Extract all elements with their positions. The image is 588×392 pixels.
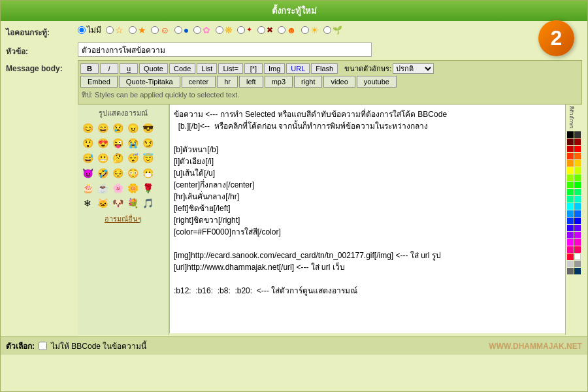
emoji-30[interactable]: 🎵 — [140, 196, 155, 210]
icon-option-4[interactable]: ● — [174, 25, 189, 35]
color-gray[interactable] — [574, 261, 581, 267]
list-item-button[interactable]: List= — [218, 63, 243, 74]
underline-button[interactable]: u — [120, 63, 138, 74]
color-lightgray[interactable] — [567, 261, 574, 267]
icon-option-5[interactable]: ✿ — [193, 25, 210, 35]
color-pink3[interactable] — [567, 246, 574, 253]
color-blue2[interactable] — [567, 210, 574, 217]
color-yellow2[interactable] — [574, 167, 581, 174]
color-cyan[interactable] — [567, 203, 574, 210]
icon-option-9[interactable]: ☻ — [278, 25, 297, 35]
icon-option-10[interactable]: ☀ — [301, 25, 319, 35]
color-pink5[interactable] — [567, 253, 574, 260]
icon-option-8[interactable]: ✖ — [257, 25, 273, 35]
color-red2[interactable] — [574, 139, 581, 145]
emoji-23[interactable]: 🌸 — [110, 181, 125, 195]
right-button[interactable]: right — [294, 76, 322, 88]
emoji-10[interactable]: 😏 — [140, 136, 155, 150]
flash-button[interactable]: Flash — [311, 63, 338, 74]
emoji-12[interactable]: 😬 — [95, 151, 110, 165]
message-textarea[interactable]: ข้อความ <--- การทำ Selected หรือแถบสีดำท… — [169, 105, 565, 333]
emoji-11[interactable]: 😅 — [80, 151, 95, 165]
color-pink2[interactable] — [574, 239, 581, 246]
emoji-28[interactable]: 🐶 — [110, 196, 125, 210]
subject-input[interactable] — [78, 42, 372, 57]
color-black[interactable] — [567, 131, 574, 138]
color-blue[interactable] — [574, 218, 581, 224]
icon-option-3[interactable]: ☺ — [151, 25, 169, 35]
hr-button[interactable]: hr — [217, 76, 238, 88]
color-red[interactable] — [574, 146, 581, 152]
color-darkgray[interactable] — [574, 131, 581, 138]
color-gold[interactable] — [574, 160, 581, 167]
emoji-18[interactable]: 😔 — [110, 166, 125, 180]
emoji-17[interactable]: 🤣 — [95, 166, 110, 180]
color-red3[interactable] — [567, 146, 574, 152]
color-darkorange[interactable] — [567, 160, 574, 167]
color-blue3[interactable] — [574, 210, 581, 217]
emoji-9[interactable]: 😭 — [125, 136, 140, 150]
emoji-7[interactable]: 😍 — [95, 136, 110, 150]
icon-option-11[interactable]: 🌱 — [323, 25, 342, 35]
color-orangered[interactable] — [567, 153, 574, 159]
color-magenta2[interactable] — [574, 232, 581, 238]
video-button[interactable]: video — [323, 76, 355, 88]
emoji-14[interactable]: 😴 — [125, 151, 140, 165]
color-purple4[interactable] — [567, 232, 574, 238]
emoji-8[interactable]: 😜 — [110, 136, 125, 150]
emoji-29[interactable]: 💐 — [125, 196, 140, 210]
color-yellow[interactable] — [567, 167, 574, 174]
url-button[interactable]: URL — [286, 63, 310, 74]
color-greenyellow[interactable] — [567, 174, 574, 181]
color-pink4[interactable] — [574, 246, 581, 253]
center-button[interactable]: center — [182, 76, 216, 88]
quote-button[interactable]: Quote — [139, 63, 168, 74]
color-dimgray[interactable] — [567, 268, 574, 274]
bbcode-checkbox[interactable] — [39, 342, 47, 350]
emoji-15[interactable]: 😇 — [140, 151, 155, 165]
color-green[interactable] — [574, 182, 581, 188]
emoji-more-link[interactable]: อารมณ์อื่นๆ — [80, 213, 166, 225]
emoji-16[interactable]: 😈 — [80, 166, 95, 180]
icon-option-7[interactable]: ✦ — [237, 25, 252, 34]
emoji-19[interactable]: 😳 — [125, 166, 140, 180]
italic-button[interactable]: i — [100, 63, 118, 74]
list-button[interactable]: List — [197, 63, 217, 74]
emoji-13[interactable]: 🤔 — [110, 151, 125, 165]
youtube-button[interactable]: youtube — [357, 76, 397, 88]
font-size-select[interactable]: ปรกติ เล็ก ใหญ่ ใหญ่มาก — [393, 63, 434, 74]
color-teal2[interactable] — [574, 189, 581, 195]
icon-option-none[interactable]: ไม่มี — [78, 24, 101, 36]
color-orange[interactable] — [574, 153, 581, 159]
img-button[interactable]: Img — [264, 63, 285, 74]
emoji-4[interactable]: 😠 — [125, 121, 140, 135]
color-purple2[interactable] — [567, 225, 574, 231]
emoji-5[interactable]: 😎 — [140, 121, 155, 135]
emoji-3[interactable]: 😢 — [110, 121, 125, 135]
quote-tipitaka-button[interactable]: Quote-Tipitaka — [119, 76, 180, 88]
code-button[interactable]: Code — [169, 63, 195, 74]
color-green4[interactable] — [567, 189, 574, 195]
color-skyblue[interactable] — [574, 203, 581, 210]
emoji-27[interactable]: 🐱 — [95, 196, 110, 210]
color-blue4[interactable] — [567, 218, 574, 224]
emoji-20[interactable]: 😷 — [140, 166, 155, 180]
icon-option-6[interactable]: ❋ — [216, 25, 233, 35]
emoji-22[interactable]: ☕ — [95, 181, 110, 195]
color-darkred[interactable] — [567, 139, 574, 145]
color-navy[interactable] — [574, 268, 581, 274]
color-magenta[interactable] — [567, 239, 574, 246]
icon-option-1[interactable]: ☆ — [106, 25, 123, 35]
embed-button[interactable]: Embed — [80, 76, 118, 88]
color-teal3[interactable] — [567, 196, 574, 203]
color-purple3[interactable] — [574, 225, 581, 231]
mp3-button[interactable]: mp3 — [265, 76, 293, 88]
emoji-26[interactable]: ❄ — [80, 196, 95, 210]
color-green3[interactable] — [567, 182, 574, 188]
emoji-21[interactable]: 🎂 — [80, 181, 95, 195]
emoji-6[interactable]: 😲 — [80, 136, 95, 150]
color-white[interactable] — [574, 253, 581, 260]
star-button[interactable]: [*] — [244, 63, 263, 74]
left-button[interactable]: left — [239, 76, 263, 88]
color-green2[interactable] — [574, 174, 581, 181]
